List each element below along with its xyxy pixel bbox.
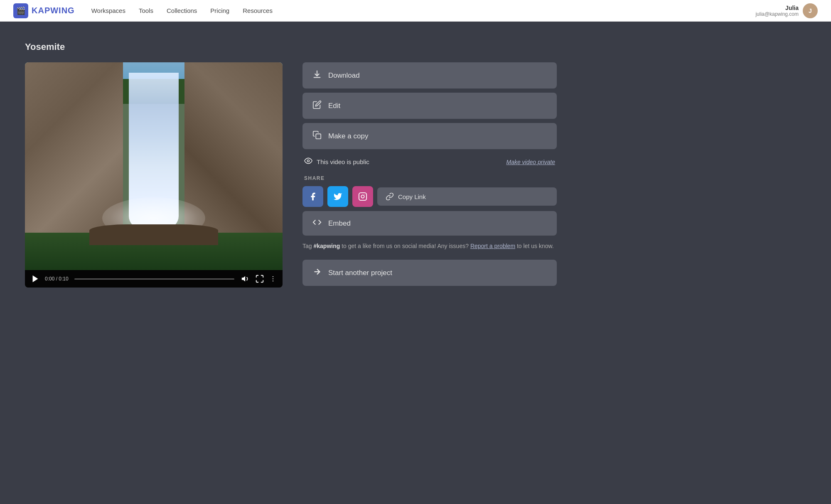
tag-text-middle: to get a like from us on social media! A… (340, 243, 470, 249)
instagram-button[interactable] (352, 186, 373, 207)
video-preview[interactable] (25, 62, 283, 270)
start-project-label: Start another project (328, 269, 392, 277)
edit-icon (312, 100, 322, 111)
svg-marker-1 (242, 276, 245, 282)
play-icon (31, 274, 40, 283)
privacy-row: This video is public Make video private (302, 153, 557, 170)
facebook-icon (308, 192, 317, 201)
nav-resources[interactable]: Resources (243, 7, 273, 14)
user-name: Julia (755, 5, 799, 11)
start-project-button[interactable]: Start another project (302, 260, 557, 286)
svg-point-4 (273, 280, 273, 281)
logo[interactable]: 🎬 KAPWING (13, 3, 75, 18)
nav-workspaces[interactable]: Workspaces (91, 7, 125, 14)
time-display: 0:00 / 0:10 (45, 276, 69, 282)
navbar-links: Workspaces Tools Collections Pricing Res… (91, 7, 756, 14)
nav-pricing[interactable]: Pricing (210, 7, 229, 14)
svg-point-9 (364, 194, 365, 194)
svg-marker-0 (33, 275, 38, 283)
content-layout: 0:00 / 0:10 (25, 62, 557, 288)
volume-button[interactable] (240, 273, 251, 284)
avatar[interactable]: J (803, 3, 818, 18)
link-icon (386, 192, 394, 201)
fullscreen-icon (255, 274, 264, 283)
page-title: Yosemite (25, 42, 557, 52)
instagram-icon (358, 192, 367, 201)
share-row: Copy Link (302, 186, 557, 207)
download-button[interactable]: Download (302, 62, 557, 89)
report-problem-link[interactable]: Report a problem (470, 243, 515, 249)
copy-link-button[interactable]: Copy Link (377, 187, 557, 206)
embed-button[interactable]: Embed (302, 211, 557, 236)
navbar: 🎬 KAPWING Workspaces Tools Collections P… (0, 0, 831, 22)
svg-rect-7 (359, 193, 366, 200)
avatar-initials: J (809, 7, 812, 14)
user-info: Julia julia@kapwing.com (755, 5, 799, 17)
dots-icon (269, 275, 277, 283)
volume-icon (241, 274, 250, 283)
scene-rocks (89, 224, 218, 245)
make-copy-button[interactable]: Make a copy (302, 123, 557, 149)
nav-tools[interactable]: Tools (139, 7, 153, 14)
embed-label: Embed (328, 219, 351, 228)
twitter-button[interactable] (327, 186, 348, 207)
logo-text: KAPWING (32, 6, 75, 15)
tag-hashtag: #kapwing (313, 243, 340, 249)
user-profile: Julia julia@kapwing.com J (755, 3, 818, 18)
svg-point-2 (273, 276, 273, 277)
embed-icon (312, 218, 322, 229)
copy-svg (312, 130, 322, 140)
tag-text-before: Tag (302, 243, 313, 249)
code-icon (312, 218, 322, 227)
make-copy-label: Make a copy (328, 132, 368, 140)
edit-label: Edit (328, 102, 340, 110)
logo-icon: 🎬 (13, 3, 28, 18)
facebook-button[interactable] (302, 186, 323, 207)
more-options-button[interactable] (268, 274, 278, 283)
twitter-icon (333, 192, 342, 201)
video-controls: 0:00 / 0:10 (25, 270, 283, 288)
play-button[interactable] (30, 273, 41, 284)
make-private-link[interactable]: Make video private (506, 159, 555, 165)
main-content: Yosemite (0, 22, 582, 307)
progress-bar[interactable] (74, 278, 234, 280)
tag-text-after: to let us know. (515, 243, 554, 249)
right-controls (240, 273, 278, 284)
privacy-label: This video is public (317, 158, 369, 165)
privacy-status: This video is public (304, 157, 369, 167)
svg-point-3 (273, 278, 273, 279)
share-label: SHARE (302, 175, 557, 182)
download-svg (312, 70, 322, 79)
nav-collections[interactable]: Collections (167, 7, 197, 14)
svg-rect-5 (316, 134, 321, 139)
download-label: Download (328, 71, 360, 80)
tag-section: Tag #kapwing to get a like from us on so… (302, 240, 557, 252)
download-icon (312, 70, 322, 81)
copy-link-label: Copy Link (398, 193, 426, 200)
arrow-right-icon (312, 267, 322, 278)
eye-icon (304, 157, 312, 167)
action-panel: Download Edit (302, 62, 557, 286)
edit-button[interactable]: Edit (302, 93, 557, 119)
user-email: julia@kapwing.com (755, 11, 799, 17)
svg-point-6 (307, 160, 310, 162)
video-thumbnail (25, 62, 283, 270)
arrow-svg (312, 267, 322, 276)
video-container: 0:00 / 0:10 (25, 62, 283, 288)
eye-svg (304, 157, 312, 165)
fullscreen-button[interactable] (254, 273, 265, 284)
edit-svg (312, 100, 322, 109)
copy-icon (312, 130, 322, 142)
svg-point-8 (361, 195, 364, 198)
